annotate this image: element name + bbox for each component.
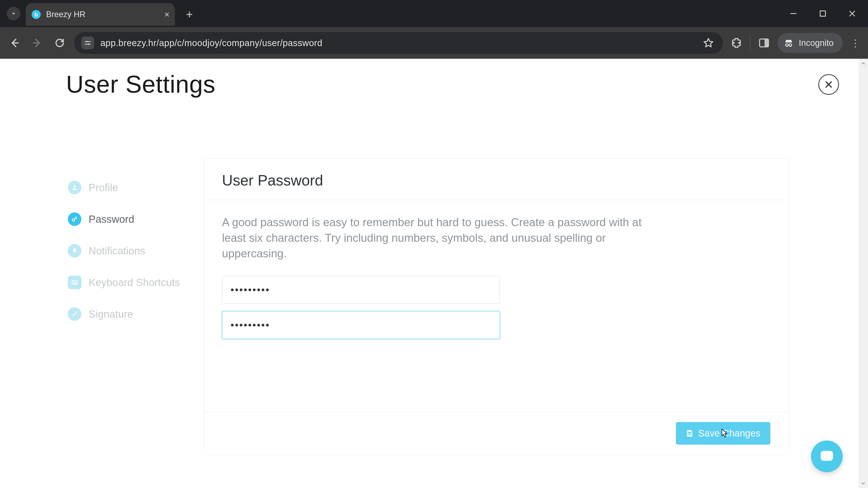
svg-rect-10 <box>72 281 77 284</box>
tab-favicon: b <box>32 10 41 19</box>
window-maximize-button[interactable] <box>816 7 830 20</box>
sidebar-item-label: Profile <box>89 182 118 194</box>
tab-title: Breezy HR <box>46 10 86 19</box>
incognito-indicator[interactable]: Incognito <box>778 33 843 53</box>
svg-point-8 <box>73 185 76 188</box>
vertical-scrollbar[interactable] <box>859 59 868 488</box>
sidebar-item-password[interactable]: Password <box>68 213 194 226</box>
key-icon <box>68 213 81 226</box>
svg-point-2 <box>86 41 88 42</box>
incognito-icon <box>783 38 794 48</box>
toolbar-separator <box>750 36 750 50</box>
sidebar-item-profile[interactable]: Profile <box>68 181 194 194</box>
chat-fab[interactable] <box>811 441 843 472</box>
pencil-icon <box>68 307 81 321</box>
new-password-input[interactable] <box>222 276 500 304</box>
bookmark-star-icon[interactable] <box>701 36 716 50</box>
bell-icon <box>68 244 81 258</box>
svg-point-7 <box>789 44 792 46</box>
svg-point-3 <box>88 43 89 45</box>
window-controls <box>786 0 868 20</box>
save-button-label: Save Changes <box>698 428 761 439</box>
incognito-label: Incognito <box>799 38 834 48</box>
nav-back-button[interactable] <box>6 35 23 51</box>
site-info-button[interactable] <box>81 37 94 49</box>
svg-rect-0 <box>790 13 797 14</box>
browser-tab-active[interactable]: b Breezy HR × <box>26 3 175 26</box>
save-icon <box>686 429 693 437</box>
address-bar[interactable]: app.breezy.hr/app/c/moodjoy/company/user… <box>74 32 723 54</box>
scroll-up-arrow-icon[interactable] <box>859 59 868 68</box>
browser-titlebar: b Breezy HR × + <box>0 0 868 27</box>
nav-reload-button[interactable] <box>52 35 68 51</box>
sidepanel-icon[interactable] <box>757 36 771 50</box>
browser-toolbar: app.breezy.hr/app/c/moodjoy/company/user… <box>0 27 868 59</box>
svg-rect-14 <box>688 430 691 432</box>
browser-menu-button[interactable]: ⋮ <box>849 37 862 49</box>
sidebar-item-label: Signature <box>89 308 133 320</box>
svg-point-6 <box>785 44 788 46</box>
sidebar-item-label: Keyboard Shortcuts <box>89 276 180 289</box>
password-help-text: A good password is easy to remember but … <box>222 215 643 261</box>
svg-point-11 <box>73 282 73 282</box>
password-card: User Password A good password is easy to… <box>204 158 789 455</box>
sidebar-item-label: Notifications <box>89 245 145 257</box>
chat-icon <box>819 449 834 464</box>
svg-rect-15 <box>688 433 691 435</box>
new-tab-button[interactable]: + <box>181 6 197 23</box>
window-minimize-button[interactable] <box>786 7 800 20</box>
sidebar-item-label: Password <box>89 213 134 225</box>
window-close-button[interactable] <box>845 7 859 20</box>
settings-sidebar: Profile Password Notifications <box>68 181 194 321</box>
close-settings-button[interactable] <box>818 74 839 95</box>
sidebar-item-signature[interactable]: Signature <box>68 307 194 321</box>
close-icon <box>824 80 833 89</box>
svg-rect-1 <box>820 11 825 16</box>
user-icon <box>68 181 81 194</box>
page-title: User Settings <box>66 70 215 98</box>
scroll-down-arrow-icon[interactable] <box>859 479 868 488</box>
confirm-password-input[interactable] <box>222 311 500 339</box>
svg-point-13 <box>75 282 76 282</box>
sidebar-item-keyboard-shortcuts[interactable]: Keyboard Shortcuts <box>68 275 194 289</box>
nav-forward-button[interactable] <box>29 35 45 51</box>
save-changes-button[interactable]: Save Changes <box>676 422 770 445</box>
page-viewport: User Settings Profile Password <box>0 59 868 488</box>
tab-close-button[interactable]: × <box>164 10 169 19</box>
tab-search-dropdown[interactable] <box>7 7 20 20</box>
extensions-icon[interactable] <box>729 36 744 50</box>
url-text: app.breezy.hr/app/c/moodjoy/company/user… <box>100 38 322 48</box>
card-title: User Password <box>204 159 788 200</box>
svg-rect-5 <box>765 39 768 47</box>
keyboard-icon <box>68 275 81 289</box>
sidebar-item-notifications[interactable]: Notifications <box>68 244 194 258</box>
svg-point-12 <box>74 282 74 282</box>
